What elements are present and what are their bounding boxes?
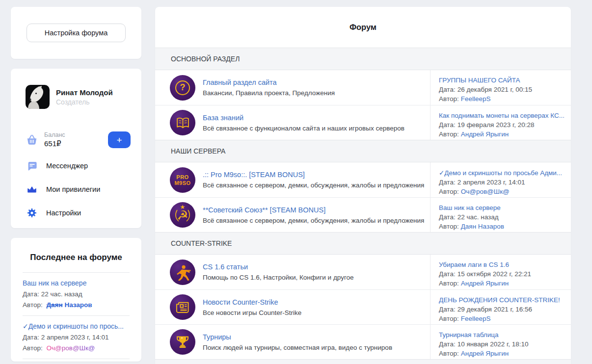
lastpost-date: Дата:29 декабря 2021 г, 16:56 <box>439 306 564 313</box>
sidebar-item-label: Мои привилегии <box>46 185 100 193</box>
latest-item-date: Дата:22 час. назад <box>23 290 130 298</box>
forum-row: Новости Counter-Strike Все новости игры … <box>155 289 571 324</box>
lastpost-title-link[interactable]: ДЕНЬ РОЖДЕНИЯ COUNTER-STRIKE! <box>439 296 564 304</box>
forum-row-title-link[interactable]: CS 1.6 статьи <box>203 263 354 271</box>
lastpost-author: Автор:Андрей Ярыгин <box>439 350 564 357</box>
forum-row-description: Все новости игры Counter-Strike <box>203 309 301 316</box>
profile-role: Создатель <box>56 98 113 106</box>
latest-on-forum-card: Последнее на форуме Ваш ник на сервере Д… <box>11 238 141 362</box>
profile-card: Ринат Молодой Создатель Баланс 651₽ + <box>11 69 141 228</box>
sidebar: Настройка форума Ринат Молодой Созд <box>11 7 141 362</box>
lastpost-date: Дата:22 час. назад <box>439 213 564 221</box>
profile-name: Ринат Молодой <box>56 88 113 97</box>
section-header: ОСНОВНОЙ РАЗДЕЛ <box>155 48 571 70</box>
lastpost-author: Автор:Андрей Ярыгин <box>439 280 564 287</box>
author-link[interactable]: Андрей Ярыгин <box>461 280 509 287</box>
lastpost-cell: Убираем лаги в CS 1.6 Дата:15 октября 20… <box>430 255 571 289</box>
author-link[interactable]: Оч@ров@Шк@ <box>46 344 95 352</box>
messenger-icon <box>26 160 38 172</box>
lastpost-author: Автор:FeelleepS <box>439 315 564 322</box>
latest-item: Ваш ник на сервере Дата:22 час. назад Ав… <box>23 273 130 316</box>
avatar[interactable] <box>26 85 50 109</box>
forum-row-description: Вакансии, Правила проекта, Предложения <box>203 89 335 97</box>
news-icon <box>170 294 195 320</box>
lastpost-cell: ✓Демо и скриншоты по просьбе Адми... Дат… <box>430 162 571 197</box>
forum-sections: ОСНОВНОЙ РАЗДЕЛ ? Главный раздел сайта В… <box>155 48 571 359</box>
sidebar-item-privileges[interactable]: Мои привилегии <box>26 178 131 201</box>
gear-icon <box>26 208 38 218</box>
forum-row-description: Поиск людей на турниры, совместная игра,… <box>203 344 392 351</box>
sidebar-item-settings[interactable]: Настройки <box>26 201 131 225</box>
crown-icon <box>26 184 38 195</box>
lastpost-cell: Как поднимать монеты на серверах КС... Д… <box>430 105 571 140</box>
lastpost-date: Дата:26 декабря 2021 г, 00:15 <box>439 86 564 93</box>
lastpost-title-link[interactable]: ✓Демо и скриншоты по просьбе Адми... <box>439 169 564 177</box>
lastpost-cell: ГРУППЫ НАШЕГО САЙТА Дата:26 декабря 2021… <box>430 70 571 105</box>
author-link[interactable]: Оч@ров@Шк@ <box>461 188 510 195</box>
add-balance-button[interactable]: + <box>108 131 131 148</box>
lastpost-date: Дата:10 января 2022 г, 18:10 <box>439 340 564 348</box>
sidebar-item-label: Мессенджер <box>46 162 88 170</box>
forum-row-title-link[interactable]: Главный раздел сайта <box>203 78 335 86</box>
page: Настройка форума Ринат Молодой Созд <box>0 0 592 364</box>
balance-row: Баланс 651₽ + <box>26 131 131 148</box>
lastpost-author: Автор:Оч@ров@Шк@ <box>439 188 564 195</box>
latest-item-author: Автор: Даян Назаров <box>23 301 130 309</box>
forum-card: Форум ОСНОВНОЙ РАЗДЕЛ ? Главный раздел с… <box>155 7 571 364</box>
section-header-partial <box>155 359 571 364</box>
prom9so-icon: PROM9SO <box>170 167 195 193</box>
balance-label: Баланс <box>44 131 65 138</box>
soviet-icon: ★☭ <box>170 202 195 228</box>
latest-item-title-link[interactable]: Ваш ник на сервере <box>23 279 130 287</box>
forum-section: ОСНОВНОЙ РАЗДЕЛ ? Главный раздел сайта В… <box>155 48 571 140</box>
sidebar-item-messenger[interactable]: Мессенджер <box>26 154 131 178</box>
sidebar-menu: Мессенджер Мои привилегии <box>26 154 131 225</box>
latest-item-date: Дата:2 апреля 2023 г, 14:01 <box>23 334 130 341</box>
forum-section: COUNTER-STRIKE CS 1.6 статьи Помощь по C… <box>155 232 571 359</box>
sidebar-item-label: Настройки <box>46 209 81 217</box>
page-title: Форум <box>155 7 571 48</box>
lastpost-title-link[interactable]: Турнирная таблица <box>439 331 564 338</box>
lastpost-title-link[interactable]: Убираем лаги в CS 1.6 <box>439 261 564 268</box>
lastpost-author: Автор:FeelleepS <box>439 95 564 103</box>
forum-row-title-link[interactable]: Турниры <box>203 333 392 341</box>
basket-icon <box>26 133 38 146</box>
section-header: НАШИ СЕРВЕРА <box>155 140 571 162</box>
author-link[interactable]: Андрей Ярыгин <box>461 130 509 138</box>
lastpost-date: Дата:15 октября 2022 г, 22:21 <box>439 270 564 278</box>
author-link[interactable]: Даян Назаров <box>46 301 92 309</box>
author-link[interactable]: Даян Назаров <box>461 223 504 230</box>
latest-item-title-link[interactable]: ✓Демо и скриншоты по прось... <box>23 322 130 330</box>
forum-row-title-link[interactable]: База знаний <box>203 114 404 122</box>
question-icon: ? <box>170 75 195 101</box>
lastpost-cell: Ваш ник на сервере Дата:22 час. назад Ав… <box>430 198 571 232</box>
forum-row: База знаний Всё связанное с функционалом… <box>155 105 571 140</box>
author-link[interactable]: FeelleepS <box>461 95 491 103</box>
lastpost-title-link[interactable]: ГРУППЫ НАШЕГО САЙТА <box>439 77 564 84</box>
latest-item-author: Автор: Оч@ров@Шк@ <box>23 344 130 352</box>
forum-row-description: Всё связанное с сервером, демки, обсужде… <box>203 182 424 189</box>
lastpost-title-link[interactable]: Ваш ник на сервере <box>439 204 564 211</box>
trophy-icon <box>170 329 195 355</box>
author-link[interactable]: Андрей Ярыгин <box>461 350 509 357</box>
lastpost-cell: ДЕНЬ РОЖДЕНИЯ COUNTER-STRIKE! Дата:29 де… <box>430 290 571 324</box>
forum-row: ★☭ **Советский Союз** [STEAM BONUS] Всё … <box>155 197 571 232</box>
lastpost-date: Дата:19 февраля 2023 г, 20:28 <box>439 121 564 129</box>
forum-settings-button[interactable]: Настройка форума <box>27 24 126 42</box>
lastpost-title-link[interactable]: Как поднимать монеты на серверах КС... <box>439 112 564 119</box>
forum-row: PROM9SO .:: Pro M9so::. [STEAM BONUS] Вс… <box>155 162 571 197</box>
forum-row: CS 1.6 статьи Помощь по CS 1.6, Настройк… <box>155 255 571 289</box>
forum-row-description: Всё связанное с функционалом сайта и наш… <box>203 125 404 132</box>
forum-row-description: Всё связанное с сервером, демки, обсужде… <box>203 217 424 224</box>
author-link[interactable]: FeelleepS <box>461 315 491 322</box>
forum-row: Турниры Поиск людей на турниры, совместн… <box>155 324 571 359</box>
forum-row-title-link[interactable]: .:: Pro M9so::. [STEAM BONUS] <box>203 171 424 179</box>
forum-row-title-link[interactable]: Новости Counter-Strike <box>203 298 301 306</box>
section-header: COUNTER-STRIKE <box>155 232 571 255</box>
lastpost-author: Автор:Даян Назаров <box>439 223 564 230</box>
forum-row-title-link[interactable]: **Советский Союз** [STEAM BONUS] <box>203 206 424 214</box>
lastpost-date: Дата:2 апреля 2023 г, 14:01 <box>439 179 564 186</box>
lastpost-cell: Турнирная таблица Дата:10 января 2022 г,… <box>430 325 571 359</box>
forum-section: НАШИ СЕРВЕРА PROM9SO .:: Pro M9so::. [ST… <box>155 140 571 232</box>
forum-row-description: Помощь по CS 1.6, Настройки, Конфиги и д… <box>203 274 354 281</box>
